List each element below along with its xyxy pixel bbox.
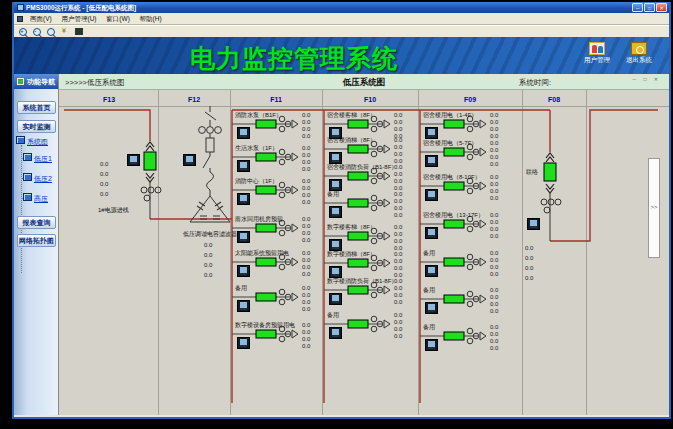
feeder-label: 宿舍楼用电（5-7F）: [423, 139, 477, 148]
ct-symbol: [279, 264, 285, 270]
feeder-label: 备用: [235, 284, 247, 293]
meter-icon[interactable]: [425, 189, 438, 201]
feeder-breaker-closed[interactable]: [256, 186, 276, 194]
measurement-value: 0.0: [490, 181, 498, 187]
menu-view[interactable]: 画面(V): [26, 15, 56, 24]
meter-icon[interactable]: [329, 206, 342, 218]
capacitor-filter-chain: [190, 106, 230, 222]
flow-arrow-icon: [292, 330, 298, 338]
flow-arrow-icon: [384, 172, 390, 180]
feeder-breaker-closed[interactable]: [256, 258, 276, 266]
meter-icon[interactable]: [425, 302, 438, 314]
tree-item-hv[interactable]: 高压: [34, 194, 48, 204]
feeder-breaker-closed[interactable]: [348, 120, 368, 128]
feeder-label: 备用: [423, 323, 435, 332]
feeder-breaker-closed[interactable]: [444, 258, 464, 266]
meter-icon[interactable]: [329, 293, 342, 305]
meter-icon[interactable]: [329, 327, 342, 339]
measurement-value: 0.0: [490, 147, 498, 153]
feeder-breaker-closed[interactable]: [444, 148, 464, 156]
meter-icon[interactable]: [237, 337, 250, 349]
meter-icon[interactable]: [237, 300, 250, 312]
feeder-breaker-closed[interactable]: [348, 232, 368, 240]
feeder-breaker-closed[interactable]: [348, 199, 368, 207]
meter-icon[interactable]: [425, 227, 438, 239]
exit-system-button[interactable]: 退出系统: [622, 42, 656, 65]
feeder-breaker-closed[interactable]: [348, 172, 368, 180]
zoom-out-icon[interactable]: -: [32, 27, 43, 37]
feeder-breaker-closed[interactable]: [444, 120, 464, 128]
measurement-value: 0.0: [302, 152, 310, 158]
feeder-label: 宿舍楼用电（1-4F）: [423, 111, 477, 120]
tie-breaker-closed[interactable]: [544, 163, 556, 181]
zoom-in-icon[interactable]: +: [18, 27, 29, 37]
feeder-breaker-closed[interactable]: [256, 120, 276, 128]
measurement-value: 0.0: [100, 171, 108, 177]
measurement-value: 0.0: [302, 199, 310, 205]
feeder-breaker-closed[interactable]: [444, 295, 464, 303]
maximize-button[interactable]: □: [644, 3, 655, 12]
measurement-value: 0.0: [394, 205, 402, 211]
feeder-label: 生活水泵（1F）: [235, 144, 278, 153]
feeder-breaker-closed[interactable]: [256, 293, 276, 301]
measurement-value: 0.0: [394, 151, 402, 157]
meter-icon[interactable]: [527, 218, 540, 230]
feeder-breaker-closed[interactable]: [444, 220, 464, 228]
tree-item-system-diagram[interactable]: 系统图: [27, 137, 48, 147]
measurement-value: 0.0: [394, 119, 402, 125]
menu-help[interactable]: 帮助(H): [136, 15, 166, 24]
sidebar-item-home[interactable]: 系统首页: [17, 101, 56, 114]
feeder-breaker-closed[interactable]: [256, 153, 276, 161]
annotate-icon[interactable]: ¥: [60, 27, 71, 37]
ct-symbol: [467, 254, 473, 260]
feeder-breaker-closed[interactable]: [348, 145, 368, 153]
feeder-breaker-closed[interactable]: [444, 332, 464, 340]
sidebar-item-realtime[interactable]: 实时监测: [17, 120, 56, 133]
meter-icon[interactable]: [237, 160, 250, 172]
measurement-value: 0.0: [394, 326, 402, 332]
feeder-breaker-closed[interactable]: [256, 330, 276, 338]
meter-icon[interactable]: [237, 193, 250, 205]
close-button[interactable]: ✕: [656, 3, 667, 12]
meter-icon[interactable]: [237, 231, 250, 243]
meter-icon[interactable]: [237, 127, 250, 139]
menu-user-management[interactable]: 用户管理(U): [57, 15, 100, 24]
menu-window[interactable]: 窗口(W): [102, 15, 133, 24]
flow-arrow-icon: [480, 332, 486, 340]
ct-symbol: [544, 207, 550, 213]
measurement-value: 0.0: [302, 119, 310, 125]
hv-monitor-icon: [23, 193, 32, 201]
user-management-button[interactable]: 用户管理: [580, 42, 614, 65]
feeder-breaker-closed[interactable]: [348, 259, 368, 267]
navigation-icon: [17, 78, 24, 85]
feeder-breaker-closed[interactable]: [348, 286, 368, 294]
measurement-value: 0.0: [302, 322, 310, 328]
meter-icon[interactable]: [425, 127, 438, 139]
meter-icon[interactable]: [237, 265, 250, 277]
meter-icon[interactable]: [425, 155, 438, 167]
feeder-breaker-closed[interactable]: [444, 182, 464, 190]
meter-icon[interactable]: [425, 265, 438, 277]
measurement-value: 0.0: [302, 329, 310, 335]
measurement-value: 0.0: [394, 251, 402, 257]
measurement-value: 0.0: [302, 336, 310, 342]
flow-arrow-icon: [480, 120, 486, 128]
header-banner: 电力监控管理系统 用户管理 退出系统: [14, 37, 669, 74]
sidebar-item-report[interactable]: 报表查询: [17, 216, 56, 229]
measurement-value: 0.0: [302, 237, 310, 243]
minimize-button[interactable]: ─: [632, 3, 643, 12]
tree-item-lv1[interactable]: 低压1: [34, 154, 52, 164]
meter-icon[interactable]: [425, 339, 438, 351]
feeder-breaker-closed[interactable]: [348, 320, 368, 328]
title-bar[interactable]: PMS3000运行系统 - [低压配电系统图] ─ □ ✕: [14, 2, 669, 13]
zoom-reset-icon[interactable]: [46, 27, 57, 37]
mdi-window-controls[interactable]: ─ □ ✕: [632, 76, 661, 82]
incoming-breaker-closed[interactable]: [144, 152, 156, 170]
fullscreen-icon[interactable]: [74, 27, 85, 37]
tree-item-lv2[interactable]: 低压2: [34, 174, 52, 184]
sidebar-item-topology[interactable]: 网络拓扑图: [17, 234, 56, 247]
meter-icon[interactable]: [127, 154, 140, 166]
next-page-button[interactable]: >>: [648, 158, 660, 258]
meter-icon[interactable]: [183, 154, 196, 166]
feeder-breaker-closed[interactable]: [256, 224, 276, 232]
